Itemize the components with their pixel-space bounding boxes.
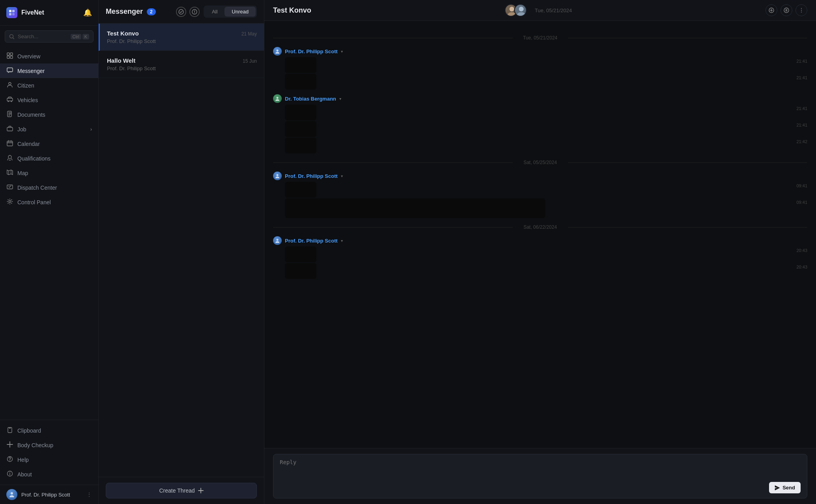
conv-name-test-konvo: Test Konvo <box>107 30 139 37</box>
sidebar-item-qualifications[interactable]: Qualifications <box>0 151 98 166</box>
msg-author-2-chevron-icon[interactable]: ▾ <box>339 97 341 101</box>
svg-rect-0 <box>9 10 11 12</box>
add-member-button[interactable] <box>765 4 777 16</box>
svg-point-17 <box>8 155 11 159</box>
sidebar-item-citizen-label: Citizen <box>17 82 34 89</box>
footer-menu-button[interactable]: ⋮ <box>86 491 92 498</box>
create-thread-label: Create Thread <box>159 487 195 494</box>
msg-time-2c: 21:42 <box>796 138 807 144</box>
messages-area: Tue, 05/21/2024 Prof. Dr. Philipp Scott … <box>264 21 816 448</box>
notification-bell-icon[interactable]: 🔔 <box>83 8 92 17</box>
date-divider-3: Sat, 06/22/2024 <box>273 224 807 230</box>
svg-rect-1 <box>12 10 15 12</box>
messenger-icon <box>6 67 13 75</box>
msg-bubble-2b <box>285 121 316 137</box>
send-button[interactable]: Send <box>769 482 801 493</box>
search-icon <box>9 34 15 39</box>
msg-avatar-3 <box>273 172 282 180</box>
sidebar-item-citizen[interactable]: Citizen <box>0 78 98 93</box>
messenger-title-wrap: Messenger 2 <box>106 7 156 16</box>
conversation-items: Test Konvo 21 May Prof. Dr. Philipp Scot… <box>99 24 264 477</box>
msg-bubble-3b <box>285 198 545 218</box>
filter-all-tab[interactable]: All <box>205 7 225 17</box>
msg-header-2: Dr. Tobias Bergmann ▾ <box>273 94 807 103</box>
sidebar-item-job-label: Job <box>17 126 26 133</box>
svg-point-19 <box>9 201 11 203</box>
svg-rect-8 <box>10 56 13 58</box>
conv-sub-test-konvo: Prof. Dr. Philipp Scott <box>107 38 257 44</box>
sidebar-item-dispatch-label: Dispatch Center <box>17 185 57 191</box>
chat-avatars <box>505 4 527 17</box>
svg-point-35 <box>801 8 802 9</box>
msg-time-1b: 21:41 <box>796 74 807 80</box>
msg-bubble-2c <box>285 138 316 153</box>
conversation-list-header: Messenger 2 All Unread <box>99 0 264 24</box>
conv-date-test-konvo: 21 May <box>241 31 257 37</box>
sidebar-item-clipboard[interactable]: Clipboard <box>0 423 98 438</box>
reply-input[interactable] <box>280 459 801 479</box>
logo-area: FiveNet 🔔 <box>0 0 98 26</box>
msg-author-3[interactable]: Prof. Dr. Philipp Scott <box>285 173 338 179</box>
svg-point-26 <box>179 9 183 14</box>
msg-author-1[interactable]: Prof. Dr. Philipp Scott <box>285 49 338 54</box>
conversation-item-test-konvo[interactable]: Test Konvo 21 May Prof. Dr. Philipp Scot… <box>99 24 264 51</box>
sidebar-item-messenger[interactable]: Messenger <box>0 63 98 78</box>
pause-button[interactable] <box>780 4 792 16</box>
date-divider-2: Sat, 05/25/2024 <box>273 160 807 165</box>
map-icon <box>6 169 13 177</box>
date-divider-2-label: Sat, 05/25/2024 <box>524 160 557 165</box>
svg-point-32 <box>784 8 789 13</box>
sidebar-item-control-panel[interactable]: Control Panel <box>0 195 98 209</box>
body-checkup-icon <box>6 441 13 449</box>
search-bar[interactable]: Search... Ctrl K <box>5 30 94 43</box>
msg-header-1: Prof. Dr. Philipp Scott ▾ <box>273 47 807 56</box>
footer-username: Prof. Dr. Philipp Scott <box>21 492 70 498</box>
sidebar-item-body-checkup[interactable]: Body Checkup <box>0 438 98 452</box>
sidebar-item-overview[interactable]: Overview <box>0 49 98 63</box>
logo-icon <box>6 7 17 18</box>
svg-point-12 <box>8 101 9 102</box>
chat-date: Tue, 05/21/2024 <box>535 7 572 13</box>
svg-rect-9 <box>7 68 13 72</box>
nav-items: Overview Messenger Citizen Vehicles Docu… <box>0 47 98 420</box>
sidebar-item-documents[interactable]: Documents <box>0 107 98 122</box>
sidebar-item-map[interactable]: Map <box>0 166 98 180</box>
create-thread-area: Create Thread <box>99 477 264 504</box>
message-group-1: Prof. Dr. Philipp Scott ▾ 21:41 21:41 <box>273 47 807 90</box>
sidebar-item-vehicles[interactable]: Vehicles <box>0 93 98 107</box>
sidebar-item-vehicles-label: Vehicles <box>17 97 38 103</box>
svg-rect-16 <box>7 141 13 146</box>
msg-time-4b: 20:43 <box>796 263 807 269</box>
sidebar-item-job[interactable]: Job › <box>0 122 98 136</box>
svg-point-36 <box>801 10 802 11</box>
msg-author-1-chevron-icon[interactable]: ▾ <box>341 49 343 54</box>
sidebar-item-help[interactable]: Help <box>0 452 98 467</box>
create-thread-button[interactable]: Create Thread <box>106 483 257 498</box>
messenger-title: Messenger <box>106 7 143 16</box>
sidebar-item-calendar[interactable]: Calendar <box>0 136 98 151</box>
msg-author-2[interactable]: Dr. Tobias Bergmann <box>285 96 336 102</box>
conv-date-hallo-welt: 15 Jun <box>243 58 257 64</box>
chat-avatar-2 <box>514 4 527 17</box>
filter-unread-tab[interactable]: Unread <box>225 7 256 17</box>
sidebar-item-about[interactable]: About <box>0 467 98 482</box>
check-status-icon[interactable] <box>176 7 186 17</box>
conversation-item-hallo-welt[interactable]: Hallo Welt 15 Jun Prof. Dr. Philipp Scot… <box>99 51 264 78</box>
svg-rect-6 <box>10 53 13 55</box>
search-placeholder: Search... <box>18 34 67 39</box>
qualifications-icon <box>6 155 13 162</box>
msg-author-3-chevron-icon[interactable]: ▾ <box>341 174 343 178</box>
msg-author-4-chevron-icon[interactable]: ▾ <box>341 239 343 243</box>
sidebar: FiveNet 🔔 Search... Ctrl K Overview Mess… <box>0 0 99 504</box>
more-options-button[interactable] <box>795 4 807 16</box>
svg-point-24 <box>9 472 10 473</box>
citizen-icon <box>6 82 13 89</box>
msg-bubble-4b <box>285 263 316 279</box>
msg-author-4[interactable]: Prof. Dr. Philipp Scott <box>285 238 338 244</box>
dispatch-icon <box>6 184 13 191</box>
svg-rect-15 <box>7 127 13 131</box>
svg-point-30 <box>519 7 524 11</box>
alert-status-icon[interactable] <box>189 7 200 17</box>
sidebar-item-dispatch[interactable]: Dispatch Center <box>0 180 98 195</box>
ctrl-key: Ctrl <box>71 34 81 39</box>
